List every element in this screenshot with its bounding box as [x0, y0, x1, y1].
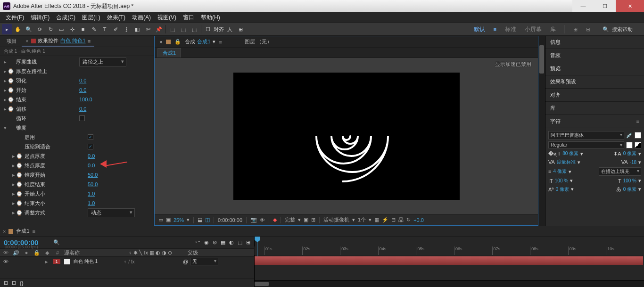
expand-toggle-icon[interactable]: {}	[20, 280, 23, 286]
comp-mini-flowchart-icon[interactable]: ⬿	[195, 239, 200, 246]
search-icon[interactable]: 🔍	[53, 239, 60, 246]
parent-dropdown[interactable]: 无	[190, 258, 218, 265]
center-scrollbar[interactable]	[538, 36, 545, 226]
twirl-icon[interactable]: ▸	[3, 59, 8, 65]
twirl-icon[interactable]: ▸	[43, 259, 50, 265]
swap-colors-icon[interactable]	[635, 142, 641, 148]
shape-tool[interactable]: ■	[78, 24, 88, 34]
font-weight-dropdown[interactable]: Regular	[548, 141, 624, 148]
twirl-icon[interactable]: ▸	[11, 181, 16, 188]
stopwatch-icon[interactable]: ⌚	[8, 87, 14, 93]
dropdown-icon[interactable]: ▾	[352, 217, 355, 223]
fill-color-swatch[interactable]	[635, 132, 641, 139]
anchor-tool[interactable]: ⊹	[67, 24, 77, 34]
twirl-icon[interactable]: ▸	[11, 163, 16, 169]
eraser-tool[interactable]: ◧	[132, 24, 142, 34]
twirl-icon[interactable]: ▸	[11, 210, 16, 216]
panel-header-效果和预设[interactable]: 效果和预设	[545, 75, 644, 89]
twirl-icon[interactable]: ▸	[3, 106, 8, 112]
panel-header-预览[interactable]: 预览	[545, 62, 644, 75]
zoom-value[interactable]: 25%	[173, 217, 184, 223]
layer-name[interactable]: 白色 纯色 1	[74, 258, 121, 265]
property-dropdown[interactable]: 路径之上	[79, 57, 126, 66]
menu-效果(T)[interactable]: 效果(T)	[104, 13, 128, 23]
flowchart-icon[interactable]: 品	[398, 216, 404, 223]
rotate-tool[interactable]: ↻	[45, 24, 56, 34]
puppet-tool[interactable]: 📌	[154, 24, 164, 34]
camera-tool[interactable]: ▭	[56, 24, 66, 34]
property-value[interactable]: 50.0	[84, 172, 151, 178]
close-tab-icon[interactable]: ×	[25, 38, 28, 44]
time-navigator[interactable]	[255, 280, 644, 287]
panel-menu-icon[interactable]: ≡	[219, 39, 222, 45]
menu-合成(C)[interactable]: 合成(C)	[53, 13, 78, 23]
brain-icon[interactable]: ⊞	[246, 239, 250, 246]
search-help-placeholder[interactable]: 搜索帮助	[612, 26, 633, 33]
stopwatch-icon[interactable]: ⌚	[16, 200, 23, 206]
panel-toggle-icon[interactable]: ⊟	[586, 26, 590, 33]
leading-value[interactable]: 0 像素	[623, 150, 636, 157]
snapshot-icon[interactable]: 📷	[250, 217, 257, 223]
resolution-dropdown[interactable]: 完整	[285, 216, 295, 223]
menu-文件(F)[interactable]: 文件(F)	[3, 13, 27, 23]
dropdown-icon[interactable]: ▾	[213, 39, 215, 45]
menu-帮助(H)[interactable]: 帮助(H)	[198, 13, 223, 23]
property-checkbox[interactable]	[79, 115, 85, 121]
camera-dropdown[interactable]: 活动摄像机	[323, 216, 349, 223]
snap-opt1-icon[interactable]: 人	[224, 24, 235, 34]
baseline-value[interactable]: 0 像素	[555, 186, 569, 193]
property-value[interactable]: 0.0	[75, 87, 151, 93]
panel-header-对齐[interactable]: 对齐	[545, 89, 644, 102]
resolution-icon[interactable]: ⬓	[198, 217, 202, 223]
pixel-aspect-icon[interactable]: ▦	[374, 217, 379, 223]
tsume-value[interactable]: 0 像素	[623, 186, 636, 193]
graph-editor-icon[interactable]: ⬚	[238, 239, 242, 246]
motion-blur-icon[interactable]: ◐	[229, 239, 234, 246]
menu-动画(A)[interactable]: 动画(A)	[129, 13, 154, 23]
brush-tool[interactable]: ✐	[110, 24, 121, 34]
layer-tracks[interactable]	[255, 255, 644, 280]
twirl-icon[interactable]: ▸	[3, 97, 8, 103]
layer-bar[interactable]	[255, 256, 643, 265]
always-preview-icon[interactable]: ▭	[158, 217, 163, 223]
property-value[interactable]: 1.0	[84, 191, 151, 197]
roi-icon[interactable]: ▣	[304, 217, 308, 223]
stopwatch-icon[interactable]: ⌚	[16, 210, 23, 216]
panel-header-信息[interactable]: 信息	[545, 36, 644, 49]
character-panel-header[interactable]: 字符 ≡	[545, 115, 644, 128]
property-value[interactable]: 0.0	[84, 153, 151, 159]
render-toggle-icon[interactable]: ⊟	[12, 280, 16, 286]
workspace-库[interactable]: 库	[550, 25, 556, 33]
menu-编辑(E)[interactable]: 编辑(E)	[28, 13, 52, 23]
search-icon[interactable]: 🔍	[603, 26, 609, 33]
property-checkbox[interactable]	[88, 134, 93, 140]
audio-col-icon[interactable]: 🔊	[12, 250, 20, 256]
twirl-icon[interactable]: ▸	[11, 153, 16, 159]
stopwatch-icon[interactable]: ⌚	[8, 97, 14, 103]
label-col-icon[interactable]: ◆	[43, 250, 51, 256]
stopwatch-icon[interactable]: ⌚	[16, 163, 23, 169]
font-family-dropdown[interactable]: 阿里巴巴普惠体	[548, 131, 624, 139]
frame-blend-icon[interactable]: ▦	[221, 239, 225, 246]
current-time[interactable]: 0:00:00:00	[218, 217, 242, 223]
clone-tool[interactable]: ⟆	[121, 24, 132, 34]
fx-target-link[interactable]: 白色 纯色1	[60, 37, 85, 44]
minimize-button[interactable]: —	[572, 0, 594, 12]
zoom-tool[interactable]: 🔍	[24, 24, 34, 34]
kerning-value[interactable]: 度量标准	[557, 159, 576, 165]
close-button[interactable]: ✕	[616, 0, 644, 12]
snap-opt2-icon[interactable]: ⊞	[235, 24, 246, 34]
property-value[interactable]: 0.0	[75, 78, 151, 83]
view-axis-icon[interactable]: ⬚	[189, 24, 199, 34]
time-ruler[interactable]: 01s02s03s04s05s06s07s08s09s10s	[255, 237, 644, 255]
composition-viewer[interactable]: 显示加速已禁用	[155, 58, 538, 214]
lock-icon[interactable]: 🔒	[174, 39, 181, 45]
mask-icon[interactable]: ◫	[205, 217, 210, 223]
twirl-icon[interactable]: ▾	[3, 125, 8, 131]
comp-subtab[interactable]: 合成1	[157, 48, 181, 57]
layer-switches[interactable]: ♀ / fx	[124, 259, 180, 264]
stopwatch-icon[interactable]: ⌚	[16, 191, 23, 197]
stroke-width-value[interactable]: 4 像素	[553, 168, 566, 175]
hscale-value[interactable]: 100 %	[623, 178, 636, 183]
workspace-默认[interactable]: 默认	[474, 25, 485, 33]
